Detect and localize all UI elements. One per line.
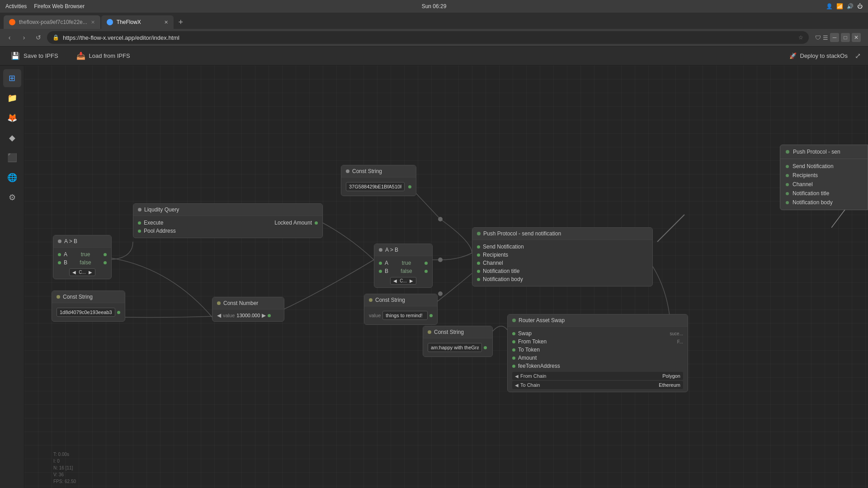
port-locked-amount-out xyxy=(315,221,318,225)
power-icon[interactable]: ⏻ xyxy=(857,3,863,9)
tab-label-2: TheFlowX xyxy=(117,19,141,25)
port-row-a2: A true xyxy=(379,259,428,267)
star-icon[interactable]: ☆ xyxy=(798,34,803,41)
save-ipfs-button[interactable]: 💾 Save to IPFS xyxy=(7,50,62,62)
port-b2-label: B xyxy=(385,268,388,274)
system-time: Sun 06:29 xyxy=(422,3,447,9)
const-string-2-input[interactable] xyxy=(57,308,115,317)
push-port-send: Send Notification xyxy=(477,243,648,251)
value-label-cn: value xyxy=(223,313,235,318)
node-a-gt-b-2[interactable]: A > B A true B false xyxy=(374,244,433,288)
browser-tab-1[interactable]: theflowx-poa9ef7c10fe22e... ✕ xyxy=(4,15,100,29)
node-header-const-num: Const Number xyxy=(212,297,284,310)
const-string-4-input[interactable] xyxy=(428,343,482,352)
port-b1-out xyxy=(104,261,107,264)
output-port-cs4 xyxy=(484,346,487,349)
sidebar-icon-terminal[interactable]: ⬛ xyxy=(3,149,21,167)
tab-favicon-2 xyxy=(107,19,113,25)
push-port-send-in xyxy=(477,245,480,249)
close-window-button[interactable]: ✕ xyxy=(852,33,861,42)
node-push-protocol-main[interactable]: Push Protocol - send notification Send N… xyxy=(472,227,653,286)
node-const-string-3[interactable]: Const String value xyxy=(364,294,438,325)
activities-label[interactable]: Activities xyxy=(5,3,27,9)
card-status-dot xyxy=(786,150,789,154)
card-item-ntitle-dot xyxy=(786,192,789,195)
right-card-header: Push Protocol - sen xyxy=(780,145,868,159)
deploy-button[interactable]: 🚀 Deploy to stackOs xyxy=(789,52,848,59)
push-port-channel-label: Channel xyxy=(483,260,503,266)
load-ipfs-button[interactable]: 📥 Load from IPFS xyxy=(73,50,134,62)
refresh-button[interactable]: ↺ xyxy=(33,32,44,43)
card-item-ntitle-label: Notification title xyxy=(793,190,829,197)
node-status-dot-push xyxy=(477,232,481,235)
const-string-1-input[interactable] xyxy=(346,182,405,191)
node-const-string-2[interactable]: Const String xyxy=(52,291,125,322)
sidebar-icon-apps[interactable]: ⊞ xyxy=(3,69,21,87)
profile-icon[interactable]: 👤 xyxy=(826,3,833,9)
push-protocol-info-card: Push Protocol - sen Send Notification Re… xyxy=(780,145,868,210)
browser-label[interactable]: Firefox Web Browser xyxy=(34,3,85,9)
address-bar[interactable]: 🔒 https://the-flow-x.vercel.app/editor/i… xyxy=(47,31,809,44)
new-tab-button[interactable]: + xyxy=(175,15,187,29)
sidebar-icon-chrome[interactable]: 🌐 xyxy=(3,169,21,187)
lock-icon: 🔒 xyxy=(52,34,59,41)
minimize-button[interactable]: ─ xyxy=(830,33,839,42)
port-execute-label: Execute xyxy=(144,220,163,226)
node-title: Const String xyxy=(352,168,382,174)
node-title-cs3: Const String xyxy=(375,297,405,303)
port-a2-label: A xyxy=(385,260,388,266)
wifi-icon: 📶 xyxy=(836,3,843,9)
node-status-dot-cs4 xyxy=(428,330,431,334)
back-button[interactable]: ‹ xyxy=(4,32,15,43)
node-liquidity-query[interactable]: Liqudity Query Execute Locked Amount Poo… xyxy=(133,203,323,238)
tab-close-2[interactable]: ✕ xyxy=(164,19,168,25)
forward-button[interactable]: › xyxy=(18,32,30,43)
card-item-channel-label: Channel xyxy=(793,181,813,188)
from-chain-label: From Chain xyxy=(520,373,546,379)
sidebar-icon-vscode[interactable]: ◆ xyxy=(3,129,21,147)
tab-favicon-1 xyxy=(9,19,15,25)
ctrl-fwd[interactable]: ▶ xyxy=(89,270,92,275)
node-header-a-gt-b-2: A > B xyxy=(374,244,432,256)
sidebar-icon-firefox[interactable]: 🦊 xyxy=(3,109,21,127)
stepper-fwd[interactable]: ▶ xyxy=(262,312,266,319)
ctrl-back-2[interactable]: ◀ xyxy=(393,278,397,283)
menu-icon[interactable]: ☰ xyxy=(823,34,828,41)
status-fps: FPS: 62.50 xyxy=(53,478,76,485)
to-chain-label: To Chain xyxy=(520,382,540,388)
ctrl-fwd-2[interactable]: ▶ xyxy=(410,278,413,283)
svg-point-1 xyxy=(438,258,443,262)
node-body-push-main: Send Notification Recipients Channel xyxy=(472,240,652,286)
node-router-asset-swap[interactable]: Router Asset Swap Swap suce... From Toke… xyxy=(507,314,688,392)
svg-line-3 xyxy=(831,210,845,228)
router-port-swap-label: Swap xyxy=(518,330,532,337)
push-port-channel: Channel xyxy=(477,259,648,267)
port-b2-in xyxy=(379,270,382,273)
const-string-3-input[interactable] xyxy=(382,311,428,320)
node-const-string-4[interactable]: Const String xyxy=(423,326,493,357)
node-const-number[interactable]: Const Number ◀ value 13000.000 ▶ xyxy=(212,297,284,322)
status-v: V: 36 xyxy=(53,471,76,478)
node-status-dot-liq xyxy=(138,208,142,211)
browser-tab-2[interactable]: TheFlowX ✕ xyxy=(101,15,174,29)
stepper-back[interactable]: ◀ xyxy=(217,312,221,319)
node-body-const-string-1 xyxy=(341,178,416,196)
maximize-button[interactable]: □ xyxy=(841,33,850,42)
tab-close-1[interactable]: ✕ xyxy=(91,19,95,25)
sidebar-icon-files[interactable]: 📁 xyxy=(3,89,21,107)
node-title-ab1: A > B xyxy=(64,238,77,244)
output-port-1 xyxy=(408,185,411,188)
port-pool-address-in xyxy=(138,230,141,233)
node-const-string-1[interactable]: Const String xyxy=(341,165,416,196)
ctrl-back[interactable]: ◀ xyxy=(72,270,76,275)
port-b1-in xyxy=(58,261,61,264)
sidebar-icon-system[interactable]: ⚙ xyxy=(3,188,21,206)
card-item-send-dot xyxy=(786,165,789,168)
node-a-gt-b-1[interactable]: A > B A true B false xyxy=(53,235,112,279)
node-title-push-main: Push Protocol - send notification xyxy=(483,230,561,237)
expand-button[interactable]: ⤢ xyxy=(855,52,861,60)
os-topbar-center: Sun 06:29 xyxy=(422,3,447,9)
node-body-cs2 xyxy=(52,303,125,321)
canvas[interactable]: Const String Liqudity Query Execute xyxy=(24,66,868,488)
shield-icon: 🛡 xyxy=(815,34,821,41)
